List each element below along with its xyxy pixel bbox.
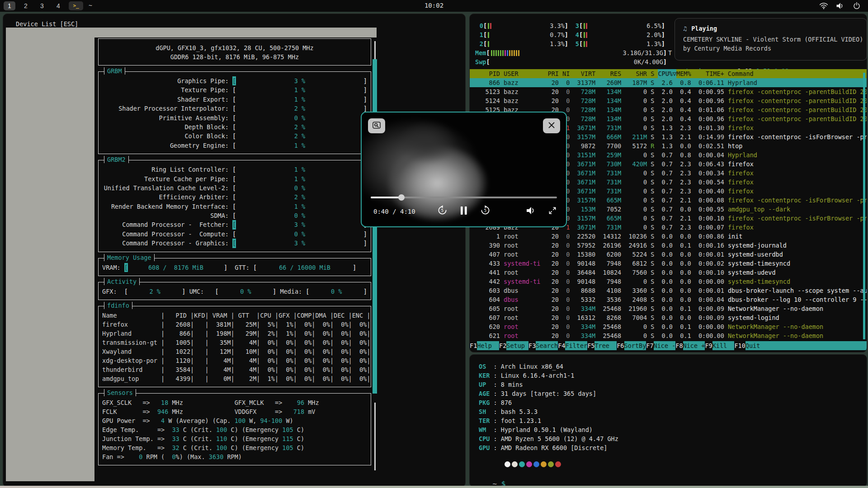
memory-meter: Mem[3.18G/31.3G] [475, 48, 667, 57]
pause-button[interactable] [460, 206, 468, 217]
meter-label: 2 [475, 39, 483, 48]
cpu-meter-4: 4[2.0%] [571, 30, 665, 39]
color-dot [526, 461, 532, 467]
color-dot [512, 461, 518, 467]
swap-meter: Swp[0K/4.00G] [475, 57, 667, 66]
volume-icon[interactable] [835, 2, 844, 12]
playback-time: 0:40 / 4:10 [373, 206, 415, 216]
forward-5s-button[interactable]: 5 [480, 205, 491, 218]
notification-title: Playing [691, 25, 717, 32]
process-row[interactable]: 621 root 20 0 334M 25468 0 S 0.0 0.1 0:0… [470, 331, 867, 340]
pip-return-button[interactable] [368, 118, 385, 133]
fkey-f9[interactable]: F9 [705, 341, 712, 350]
gpu-side-panel [6, 28, 94, 481]
fdinfo-row: Xwayland | 1022| | 12M| 10M| 0%| 0%| 0%|… [102, 347, 367, 356]
process-table-header[interactable]: PID USER PRI NI VIRT RES SHR S CPU%▽MEM%… [470, 69, 867, 78]
process-row[interactable]: 604 dbus 20 0 5332 3536 2408 S 0.0 0.0 0… [470, 295, 867, 304]
info-key: CPU [479, 435, 490, 442]
fdinfo-box: fdinfo Name | PID |KFD| VRAM | GTT |CPU … [98, 306, 371, 387]
fkey-f7[interactable]: F7 [646, 341, 653, 350]
process-row[interactable]: 407 root 20 0 15380 6200 5224 S 0.0 0.0 … [470, 250, 867, 259]
htop-scrollbar[interactable] [863, 73, 865, 339]
fullscreen-button[interactable] [548, 206, 557, 217]
gauge-value: 0 % [236, 211, 363, 220]
grbm2-box-title: GRBM2 [104, 156, 129, 163]
fkey-label-f5[interactable]: Tree [594, 341, 617, 350]
process-row[interactable]: 607 root 20 0 16312 8268 7004 S 0.0 0.0 … [470, 313, 867, 322]
gauge-value: 3 % [236, 239, 363, 248]
gauge-label: Ring List Controller: [102, 165, 232, 174]
process-row[interactable]: 442 systemd-ti 20 0 90148 7948 0 S 0.0 0… [470, 277, 867, 286]
fkey-label-f8[interactable]: Nice + [683, 341, 705, 350]
fkey-f8[interactable]: F8 [675, 341, 683, 350]
info-value: 31 days [target: 365 days] [501, 390, 596, 397]
info-key: GPU [479, 444, 490, 451]
process-row[interactable]: 5123 bazz 20 0 728M 134M 0 S 2.0 0.4 0:0… [470, 87, 867, 96]
gauge-row: Depth Block:[2 %] [102, 122, 367, 131]
meter-value: 3.18G/31.3G [623, 48, 663, 57]
gauge-open-bracket: [ [232, 113, 236, 122]
gauge-open-bracket: [ [232, 122, 236, 131]
meter-label: Mem [475, 48, 486, 57]
gauge-label: Shader Export: [102, 95, 232, 104]
gauge-row: Primitive Assembly:[0 %] [102, 113, 367, 122]
video-pip-window[interactable]: 0:40 / 4:10 5 5 [361, 112, 567, 227]
volume-button[interactable] [525, 206, 536, 217]
close-button[interactable] [543, 118, 560, 133]
process-row[interactable]: 441 root 20 0 36484 10824 7560 S 0.0 0.0… [470, 268, 867, 277]
gauge-open-bracket: [ [232, 220, 236, 229]
info-value: foot 1.23.1 [501, 417, 541, 424]
meter-label: 3 [571, 21, 579, 30]
gauge-row: Command Processor - Fetcher:[3 %] [102, 220, 367, 229]
process-row[interactable]: 866 bazz 20 0 3137M 260M 187M S 2.6 0.8 … [470, 78, 867, 87]
sensors-box-title: Sensors [104, 389, 136, 396]
system-info-row: UP : 8 mins [479, 380, 618, 389]
fkey-f10[interactable]: F10 [734, 341, 745, 350]
fkey-label-f9[interactable]: Kill [712, 341, 735, 350]
meter-value: 0.7% [550, 30, 565, 39]
process-row[interactable]: 603 dbus 20 0 8688 4108 3360 S 0.0 0.0 0… [470, 286, 867, 295]
fkey-label-f10[interactable]: Quit [745, 341, 867, 350]
gauge-open-bracket: [ [232, 174, 236, 183]
gauge-row: Shader Processor Interpolator:[2 %] [102, 104, 367, 113]
sensor-row: GPU Power => 4 W (Average) (Cap. 100 W, … [102, 416, 367, 425]
seek-slider[interactable] [371, 197, 557, 198]
process-row[interactable]: 620 root 20 0 334M 25468 0 S 0.0 0.1 0:0… [470, 322, 867, 331]
header-sort-column-cpu[interactable]: CPU%▽ [658, 69, 676, 78]
system-info-row: KER : Linux 6.16.4-arch1-1 [479, 371, 618, 380]
fkey-f2[interactable]: F2 [499, 341, 506, 350]
process-row[interactable]: 390 root 20 0 57952 26196 24916 S 0.0 0.… [470, 241, 867, 250]
gauge-label: Texture Cache per Pipe: [102, 174, 232, 183]
fdinfo-row: amdgpu_top | 4399| | 0M| 2M| 1%| 0%| 0%|… [102, 374, 367, 383]
header-pre-columns: PID USER PRI NI VIRT RES SHR S [474, 69, 658, 78]
process-row[interactable]: 433 systemd-ti 20 0 90148 7948 6812 S 0.… [470, 259, 867, 268]
music-note-icon: ♫ [683, 25, 687, 32]
gauge-close-bracket: ] [363, 287, 367, 296]
rewind-5s-button[interactable]: 5 [437, 205, 448, 218]
process-row[interactable]: 1 root 20 0 22520 14312 10236 S 0.0 0.0 … [470, 232, 867, 241]
process-row[interactable]: 5124 bazz 20 0 728M 134M 0 S 2.0 0.4 0:0… [470, 96, 867, 105]
fkey-label-f7[interactable]: Nice - [654, 341, 676, 350]
fkey-label-f1[interactable]: Help [477, 341, 499, 350]
memory-usage-box: Memory Usage VRAM: [608 / 8176 MiB] GTT:… [98, 258, 371, 276]
gauge-label: Command Processor - Fetcher: [102, 220, 232, 229]
fkey-label-f6[interactable]: SortBy [624, 341, 646, 350]
fkey-f4[interactable]: F4 [558, 341, 565, 350]
power-icon[interactable] [853, 2, 861, 12]
seek-thumb[interactable] [398, 194, 405, 201]
fkey-label-f2[interactable]: Setup [506, 341, 528, 350]
info-key: PKG [479, 399, 490, 406]
music-notification[interactable]: ♫Playing CEMETERY SKYLINE - Violent Stor… [675, 18, 867, 61]
fkey-label-f3[interactable]: Search [536, 341, 558, 350]
shell-prompt[interactable]: ~ $ [475, 470, 505, 479]
wifi-icon[interactable] [819, 2, 828, 12]
gauge-value: 2 % [236, 104, 363, 113]
fkey-f6[interactable]: F6 [617, 341, 624, 350]
fkey-f3[interactable]: F3 [528, 341, 536, 350]
grbm-box-title: GRBM [104, 67, 125, 75]
gauge-row: Color Block:[2 %] [102, 131, 367, 141]
process-row[interactable]: 605 root 20 0 334M 25468 21960 S 0.0 0.1… [470, 304, 867, 313]
fkey-f1[interactable]: F1 [470, 341, 477, 350]
fkey-label-f4[interactable]: Filter [565, 341, 587, 350]
fkey-f5[interactable]: F5 [587, 341, 594, 350]
